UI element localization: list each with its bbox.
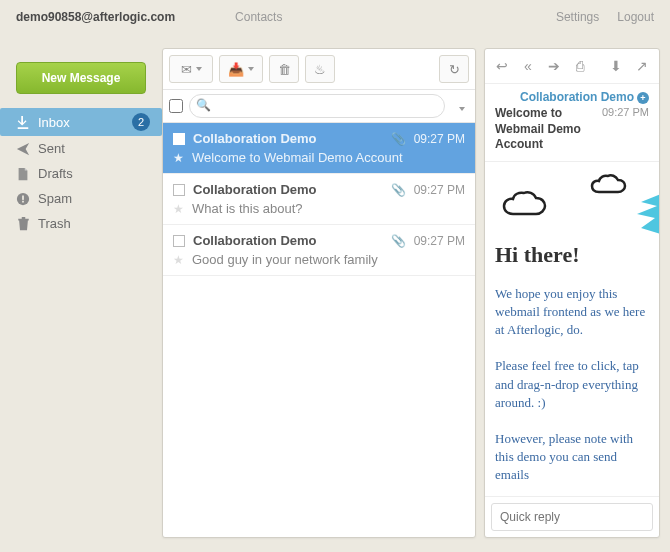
send-icon — [14, 142, 32, 156]
add-contact-icon[interactable]: + — [637, 92, 649, 104]
folder-label: Drafts — [38, 166, 150, 181]
message-time: 09:27 PM — [414, 132, 465, 146]
star-icon[interactable]: ★ — [173, 253, 184, 267]
svg-rect-1 — [22, 195, 24, 199]
folder-drafts[interactable]: Drafts — [0, 161, 162, 186]
refresh-icon: ↻ — [449, 62, 460, 77]
envelope-icon: ✉ — [181, 62, 192, 77]
message-from: Collaboration Demo — [193, 233, 383, 248]
message-item[interactable]: Collaboration Demo📎09:27 PM★What is this… — [163, 174, 475, 225]
search-filter-dropdown[interactable] — [451, 99, 469, 114]
star-icon[interactable]: ★ — [173, 202, 184, 216]
message-checkbox[interactable] — [173, 184, 185, 196]
reader-subject: Welcome to Webmail Demo Account — [495, 106, 596, 153]
message-time: 09:27 PM — [414, 234, 465, 248]
search-icon: 🔍 — [196, 98, 211, 112]
message-subject: Welcome to Webmail Demo Account — [192, 150, 403, 165]
file-icon — [14, 167, 32, 181]
message-item[interactable]: Collaboration Demo📎09:27 PM★Good guy in … — [163, 225, 475, 276]
message-subject: What is this about? — [192, 201, 303, 216]
folder-trash[interactable]: Trash — [0, 211, 162, 236]
print-button[interactable]: ⎙ — [569, 55, 591, 77]
folder-inbox[interactable]: Inbox2 — [0, 108, 162, 136]
unread-badge: 2 — [132, 113, 150, 131]
select-all-checkbox[interactable] — [169, 99, 183, 113]
attachment-icon: 📎 — [391, 234, 406, 248]
reply-button[interactable]: ↩ — [491, 55, 513, 77]
reader-time: 09:27 PM — [602, 106, 649, 153]
popout-button[interactable]: ↗ — [631, 55, 653, 77]
folder-spam[interactable]: Spam — [0, 186, 162, 211]
message-checkbox[interactable] — [173, 235, 185, 247]
quick-reply-input[interactable] — [491, 503, 653, 531]
delete-button[interactable]: 🗑 — [269, 55, 299, 83]
settings-link[interactable]: Settings — [556, 10, 599, 24]
search-input[interactable] — [189, 94, 445, 118]
folder-label: Sent — [38, 141, 150, 156]
star-icon[interactable]: ★ — [173, 151, 184, 165]
account-email[interactable]: demo90858@afterlogic.com — [16, 10, 175, 24]
folder-sent[interactable]: Sent — [0, 136, 162, 161]
reply-all-button[interactable]: « — [517, 55, 539, 77]
refresh-button[interactable]: ↻ — [439, 55, 469, 83]
folder-label: Inbox — [38, 115, 132, 130]
cloud-icon — [501, 190, 551, 224]
forward-button[interactable]: ➔ — [543, 55, 565, 77]
contacts-link[interactable]: Contacts — [235, 10, 282, 24]
email-paragraph: Please feel free to click, tap and drag-… — [495, 357, 649, 412]
exclaim-icon — [14, 192, 32, 206]
email-paragraph: However, please note with this demo you … — [495, 430, 649, 485]
message-subject: Good guy in your network family — [192, 252, 378, 267]
email-paragraph: We hope you enjoy this webmail frontend … — [495, 285, 649, 340]
check-mail-dropdown[interactable]: ✉ — [169, 55, 213, 83]
folder-label: Trash — [38, 216, 150, 231]
splash-icon — [631, 194, 659, 234]
attachment-icon: 📎 — [391, 183, 406, 197]
cloud-icon — [589, 172, 629, 200]
message-item[interactable]: Collaboration Demo📎09:27 PM★Welcome to W… — [163, 123, 475, 174]
svg-rect-2 — [22, 200, 24, 202]
spam-button[interactable]: ♨ — [305, 55, 335, 83]
message-checkbox[interactable] — [173, 133, 185, 145]
message-from: Collaboration Demo — [193, 131, 383, 146]
trash-icon — [14, 217, 32, 231]
trash-icon: 🗑 — [278, 62, 291, 77]
folder-label: Spam — [38, 191, 150, 206]
move-to-dropdown[interactable]: 📥 — [219, 55, 263, 83]
reader-from[interactable]: Collaboration Demo — [520, 90, 634, 104]
flame-icon: ♨ — [314, 62, 326, 77]
folder-icon: 📥 — [228, 62, 244, 77]
email-title: Hi there! — [495, 240, 649, 271]
attachment-icon: 📎 — [391, 132, 406, 146]
message-from: Collaboration Demo — [193, 182, 383, 197]
download-button[interactable]: ⬇ — [605, 55, 627, 77]
logout-link[interactable]: Logout — [617, 10, 654, 24]
download-icon — [14, 115, 32, 129]
new-message-button[interactable]: New Message — [16, 62, 146, 94]
message-time: 09:27 PM — [414, 183, 465, 197]
